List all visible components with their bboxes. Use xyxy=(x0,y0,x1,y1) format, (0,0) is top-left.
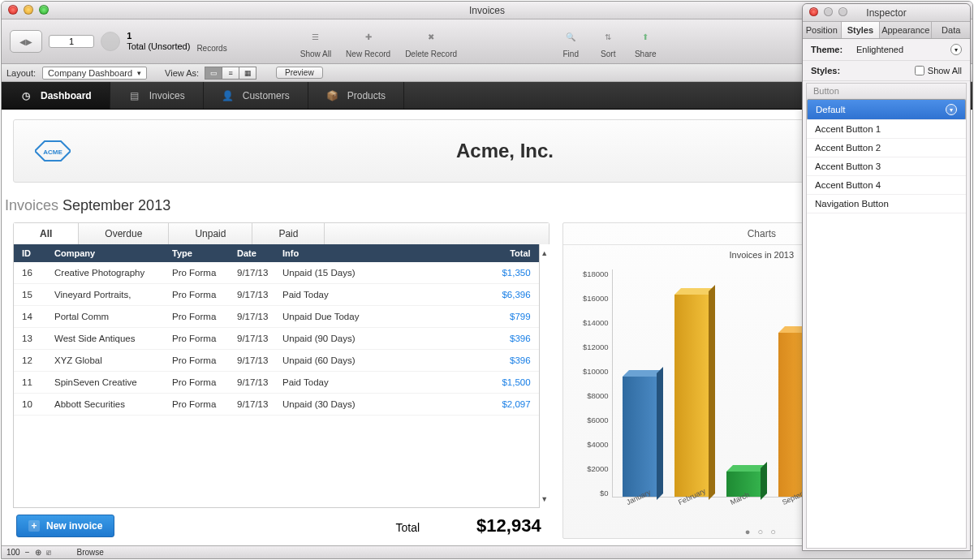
tab-spacer xyxy=(325,223,548,244)
svg-text:ACME: ACME xyxy=(43,149,62,156)
zoom-icon[interactable] xyxy=(39,5,49,15)
close-icon[interactable] xyxy=(8,5,18,15)
col-date: Date xyxy=(237,248,282,258)
table-scrollbar[interactable]: ▲▼ xyxy=(540,244,549,508)
show-all-icon: ☰ xyxy=(301,25,330,50)
layout-label: Layout: xyxy=(6,68,36,78)
sort-icon: ⇅ xyxy=(597,25,619,50)
tab-paid[interactable]: Paid xyxy=(252,223,325,244)
chart-bar[interactable] xyxy=(623,377,657,497)
viewas-buttons: ▭ ≡ ▦ xyxy=(205,67,256,80)
inspector-title: Inspector xyxy=(866,7,906,19)
window-title: Invoices xyxy=(469,5,505,16)
chart-bar[interactable] xyxy=(674,295,709,497)
style-item[interactable]: Default▾ xyxy=(807,99,966,120)
zoom-in-icon[interactable]: ⊕ xyxy=(35,548,41,557)
col-type: Type xyxy=(172,248,237,258)
close-icon[interactable] xyxy=(809,7,818,16)
delete-record-button[interactable]: ✖ Delete Record xyxy=(405,25,457,58)
chevron-down-icon[interactable]: ▾ xyxy=(950,44,962,55)
inspector-tabs: Position Styles Appearance Data xyxy=(803,22,970,39)
tab-unpaid[interactable]: Unpaid xyxy=(169,223,252,244)
styles-list: Button Default▾Accent Button 1Accent But… xyxy=(806,83,967,549)
invoice-tabs: All Overdue Unpaid Paid xyxy=(13,222,549,244)
table-row[interactable]: 12XYZ GlobalPro Forma9/17/13Unpaid (60 D… xyxy=(14,350,539,372)
view-table-button[interactable]: ▦ xyxy=(239,67,256,80)
inspector-tab-appearance[interactable]: Appearance xyxy=(880,22,932,38)
find-button[interactable]: 🔍 Find xyxy=(559,25,582,58)
tab-all[interactable]: All xyxy=(14,223,79,244)
share-button[interactable]: ⬆ Share xyxy=(634,25,657,58)
inspector-tab-position[interactable]: Position xyxy=(803,22,842,38)
record-total-status: Total (Unsorted) xyxy=(127,41,190,52)
zoom-icon[interactable] xyxy=(838,7,847,16)
view-form-button[interactable]: ▭ xyxy=(205,67,222,80)
table-row[interactable]: 10Abbott SecuritiesPro Forma9/17/13Unpai… xyxy=(14,394,539,416)
total-label: Total xyxy=(396,521,420,534)
theme-value[interactable]: Enlightened xyxy=(856,45,950,54)
nav-dashboard[interactable]: ◷ Dashboard xyxy=(2,82,110,109)
person-icon: 👤 xyxy=(222,89,235,102)
col-total: Total xyxy=(466,248,531,258)
layout-select[interactable]: Company Dashboard ▾ xyxy=(42,67,147,80)
table-row[interactable]: 13West Side AntiquesPro Forma9/17/13Unpa… xyxy=(14,328,539,350)
table-header: ID Company Type Date Info Total xyxy=(14,244,539,262)
gauge-icon: ◷ xyxy=(19,89,32,102)
viewas-label: View As: xyxy=(165,68,199,78)
new-invoice-button[interactable]: + New invoice xyxy=(16,515,114,537)
plus-icon: + xyxy=(28,520,40,532)
record-navigator[interactable]: ◀▶ xyxy=(10,30,42,53)
inspector-tab-styles[interactable]: Styles xyxy=(842,22,881,38)
minimize-icon[interactable] xyxy=(24,5,33,15)
record-totals: 1 Total (Unsorted) xyxy=(127,31,190,51)
show-all-button[interactable]: ☰ Show All xyxy=(300,25,331,58)
nav-invoices[interactable]: ▤ Invoices xyxy=(110,82,204,109)
lock-icon[interactable]: ⎚ xyxy=(46,548,51,557)
style-item[interactable]: Accent Button 4 xyxy=(807,176,966,195)
inspector-panel: Inspector Position Styles Appearance Dat… xyxy=(802,3,971,551)
share-icon: ⬆ xyxy=(634,25,657,50)
tab-overdue[interactable]: Overdue xyxy=(79,223,169,244)
zoom-out-icon[interactable]: − xyxy=(25,548,30,557)
minimize-icon[interactable] xyxy=(824,7,833,16)
company-logo: ACME xyxy=(35,140,71,162)
style-item[interactable]: Accent Button 2 xyxy=(807,139,966,157)
table-row[interactable]: 11SpinSeven CreativePro Forma9/17/13Paid… xyxy=(14,372,539,394)
style-item[interactable]: Navigation Button xyxy=(807,195,966,213)
zoom-value[interactable]: 100 xyxy=(6,548,20,557)
new-record-icon: ✚ xyxy=(354,25,383,50)
theme-label: Theme: xyxy=(811,45,856,54)
document-icon: ▤ xyxy=(128,89,141,102)
chevron-down-icon: ▾ xyxy=(137,69,141,77)
record-total-count: 1 xyxy=(127,31,190,41)
box-icon: 📦 xyxy=(326,89,339,102)
col-id: ID xyxy=(22,248,54,258)
find-icon: 🔍 xyxy=(559,25,582,50)
style-group-header: Button xyxy=(807,84,966,99)
found-set-pie-icon[interactable] xyxy=(101,32,120,51)
col-company: Company xyxy=(54,248,172,258)
inspector-titlebar[interactable]: Inspector xyxy=(803,4,970,22)
grand-total: $12,934 xyxy=(476,515,541,536)
mode-label[interactable]: Browse xyxy=(77,548,104,557)
nav-products[interactable]: 📦 Products xyxy=(308,82,404,109)
table-row[interactable]: 16Creative PhotographyPro Forma9/17/13Un… xyxy=(14,262,539,284)
delete-record-icon: ✖ xyxy=(416,25,446,50)
window-controls xyxy=(8,5,49,15)
style-item[interactable]: Accent Button 1 xyxy=(807,120,966,139)
table-row[interactable]: 15Vineyard Portraits,Pro Forma9/17/13Pai… xyxy=(14,284,539,306)
styles-label: Styles: xyxy=(811,66,856,75)
table-row[interactable]: 14Portal CommPro Forma9/17/13Unpaid Due … xyxy=(14,306,539,328)
sort-button[interactable]: ⇅ Sort xyxy=(597,25,619,58)
style-item[interactable]: Accent Button 3 xyxy=(807,157,966,176)
records-label: Records xyxy=(196,44,226,53)
view-list-button[interactable]: ≡ xyxy=(222,67,239,80)
inspector-tab-data[interactable]: Data xyxy=(932,22,970,38)
record-number-field[interactable]: 1 xyxy=(49,35,94,48)
preview-button[interactable]: Preview xyxy=(276,67,323,79)
nav-customers[interactable]: 👤 Customers xyxy=(204,82,308,109)
show-all-checkbox[interactable]: Show All xyxy=(915,66,962,75)
col-info: Info xyxy=(282,248,466,258)
invoice-table: ID Company Type Date Info Total 16Creati… xyxy=(13,244,540,508)
new-record-button[interactable]: ✚ New Record xyxy=(346,25,390,58)
